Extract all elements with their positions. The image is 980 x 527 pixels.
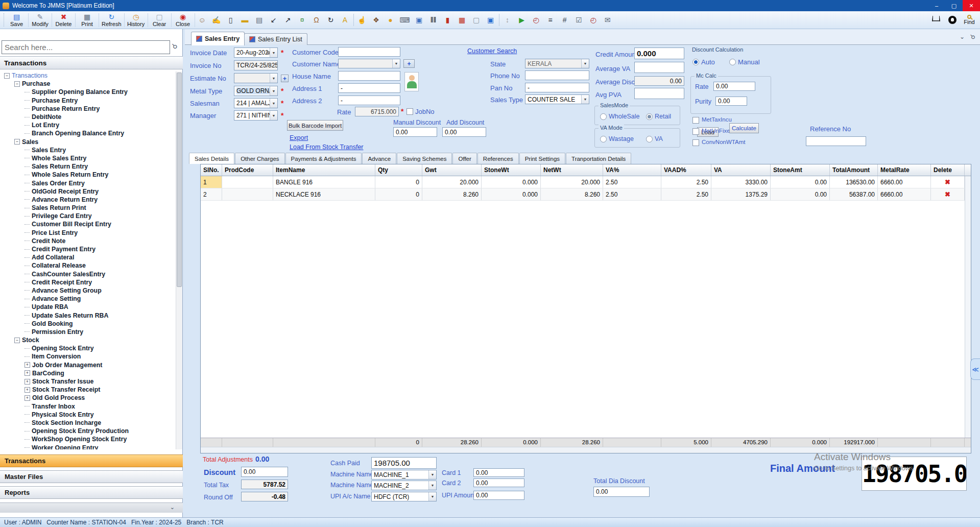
- tree-item-opening-stock-entry-production[interactable]: Opening Stock Entry Production: [0, 427, 176, 435]
- average-disc-field[interactable]: 0.00: [634, 76, 684, 86]
- tree-item-advance-setting[interactable]: Advance Setting: [0, 295, 176, 303]
- hand-coin-icon[interactable]: ☝: [355, 12, 369, 28]
- modify-button[interactable]: ✎Modify: [29, 13, 52, 27]
- tree-item-debitnote[interactable]: DebitNote: [0, 113, 176, 121]
- tree-item-transactions[interactable]: −Transactions: [0, 71, 176, 80]
- checklist-clock-icon[interactable]: ☑: [572, 12, 586, 28]
- mettaxincu-checkbox[interactable]: [692, 117, 699, 124]
- upi-ac-name-combo[interactable]: HDFC (TCR)▼: [371, 492, 437, 501]
- close-button[interactable]: ✕: [963, 0, 980, 11]
- scheme-card-icon[interactable]: ▦: [455, 12, 469, 28]
- history-button[interactable]: ◷History: [125, 13, 148, 27]
- tree-item-update-sales-return-rba[interactable]: Update Sales Return RBA: [0, 311, 176, 319]
- collapse-box-icon[interactable]: −: [14, 139, 20, 145]
- expand-box-icon[interactable]: +: [25, 362, 30, 368]
- tree-item-whole-sales-entry[interactable]: Whole Sales Entry: [0, 154, 176, 162]
- search-input[interactable]: [2, 40, 170, 54]
- load-from-stock-transfer-link[interactable]: Load From Stock Transfer: [290, 143, 364, 151]
- column-header-itemname[interactable]: ItemName: [273, 164, 375, 176]
- reference-no-field[interactable]: [806, 136, 866, 146]
- tree-item-credit-payment-entry[interactable]: Credit Payment Entry: [0, 245, 176, 253]
- grid-horizontal-scrollbar[interactable]: [201, 447, 971, 453]
- calculate-button[interactable]: Calculate: [729, 123, 759, 133]
- tab-saving-schemes[interactable]: Saving Schemes: [397, 153, 452, 164]
- refresh-button[interactable]: ↻Refresh: [99, 13, 125, 27]
- tree-item-job-order-management[interactable]: +Job Order Management: [0, 361, 176, 369]
- tree-item-opening-stock-entry[interactable]: Opening Stock Entry: [0, 344, 176, 352]
- column-header-delete[interactable]: Delete: [931, 164, 965, 176]
- delete-button[interactable]: ✖Delete: [52, 13, 76, 27]
- metunfixed-checkbox[interactable]: [692, 128, 699, 135]
- tree-item-lot-entry[interactable]: Lot Entry: [0, 121, 176, 129]
- va-radio[interactable]: [646, 136, 653, 142]
- pin-icon[interactable]: ⚲: [969, 33, 977, 41]
- gold-bar-icon[interactable]: ▬: [238, 12, 252, 28]
- customer-code-field[interactable]: [338, 47, 400, 57]
- tree-item-item-conversion[interactable]: Item Conversion: [0, 352, 176, 361]
- address1-field[interactable]: -: [338, 83, 400, 93]
- notification-icon[interactable]: [948, 16, 957, 24]
- column-header-slno[interactable]: SlNo.: [201, 164, 222, 176]
- tree-item-workshop-opening-stock-entry[interactable]: WorkShop Opening Stock Entry: [0, 435, 176, 443]
- table-row[interactable]: 2NECKLACE 91608.2600.0008.2602.502.50137…: [201, 188, 971, 201]
- tree-item-cashcounter-salesentry[interactable]: CashCounter SalesEntry: [0, 270, 176, 278]
- tree-item-transfer-inbox[interactable]: Transfer Inbox: [0, 402, 176, 411]
- tab-references[interactable]: References: [477, 153, 519, 164]
- tree-item-price-list-entry[interactable]: Price List Entry: [0, 229, 176, 237]
- keypad-icon[interactable]: ⌨: [398, 12, 412, 28]
- collapse-box-icon[interactable]: −: [14, 81, 20, 87]
- tree-item-add-collateral[interactable]: Add Collateral: [0, 253, 176, 261]
- card2-field[interactable]: 0.00: [473, 478, 524, 487]
- terminal-entry-icon[interactable]: #: [558, 12, 572, 28]
- column-header-metalrate[interactable]: MetalRate: [878, 164, 931, 176]
- tree-item-collateral-release[interactable]: Collateral Release: [0, 261, 176, 270]
- salesman-combo[interactable]: 214 | AMALJITH▼: [234, 98, 278, 108]
- average-va-field[interactable]: [634, 62, 684, 73]
- bulk-barcode-import-button[interactable]: Bulk Barcode Import: [287, 120, 343, 131]
- upi-amount-field[interactable]: 0.00: [473, 491, 524, 500]
- state-combo[interactable]: KERALA▼: [525, 59, 589, 68]
- tab-sales-details[interactable]: Sales Details: [189, 153, 234, 164]
- close-button[interactable]: ◉Close: [172, 13, 195, 27]
- column-header-vaadpct[interactable]: VAAD%: [661, 164, 711, 176]
- tag-icon[interactable]: ▮: [441, 12, 455, 28]
- rate-icon[interactable]: A: [338, 12, 352, 28]
- expand-box-icon[interactable]: +: [25, 379, 30, 385]
- tree-item-sales-order-entry[interactable]: Sales Order Entry: [0, 179, 176, 187]
- column-header-va[interactable]: VA: [711, 164, 771, 176]
- tree-item-customer-bill-recipt-entry[interactable]: Customer Bill Recipt Entry: [0, 220, 176, 228]
- house-name-field[interactable]: [338, 71, 400, 81]
- collapse-box-icon[interactable]: −: [4, 73, 10, 79]
- tree-item-purchase-entry[interactable]: Purchase Entry: [0, 97, 176, 105]
- manual-discount-field[interactable]: 0.00: [393, 127, 437, 137]
- invoice-date-picker[interactable]: 20-Aug-2024▦▼: [234, 47, 278, 58]
- summary-icon[interactable]: ≡: [543, 12, 558, 28]
- cash-paid-field[interactable]: 198705.00: [371, 457, 437, 469]
- column-header-netwt[interactable]: NetWt: [541, 164, 603, 176]
- credit-amount-field[interactable]: 0.000: [634, 47, 684, 59]
- discount-field[interactable]: 0.00: [241, 467, 288, 477]
- rate-field[interactable]: 6715.000: [355, 107, 399, 116]
- column-header-stonewt[interactable]: StoneWt: [482, 164, 541, 176]
- print-button[interactable]: ▦Print: [76, 13, 99, 27]
- column-header-stoneamt[interactable]: StoneAmt: [771, 164, 830, 176]
- pan-no-field[interactable]: -: [525, 83, 589, 92]
- mobile-icon[interactable]: ▯: [224, 12, 238, 28]
- note-icon[interactable]: ✍: [209, 12, 224, 28]
- report-clock-icon[interactable]: ◴: [529, 12, 543, 28]
- convnonwtamt-checkbox[interactable]: [692, 139, 699, 146]
- machine2-combo[interactable]: MACHINE_2▼: [371, 481, 437, 490]
- expand-box-icon[interactable]: +: [25, 387, 30, 393]
- tab-other-charges[interactable]: Other Charges: [235, 153, 284, 164]
- copy-pages-icon[interactable]: ▣: [412, 12, 426, 28]
- tree-item-stock-transfer-issue[interactable]: +Stock Transfer Issue: [0, 377, 176, 386]
- sidebar-collapse-strip[interactable]: ⌄: [0, 502, 183, 513]
- tree-item-barcoding[interactable]: +BarCoding: [0, 369, 176, 377]
- tree-item-credit-note[interactable]: Credit Note: [0, 237, 176, 245]
- retail-radio[interactable]: [646, 113, 653, 120]
- barcode-icon[interactable]: ‖‖: [426, 12, 441, 28]
- tab-payments-adjustments[interactable]: Payments & Adjustments: [285, 153, 362, 164]
- export-link[interactable]: Export: [290, 134, 308, 141]
- column-header-qty[interactable]: Qty: [375, 164, 422, 176]
- blank-doc-icon[interactable]: ▢: [469, 12, 484, 28]
